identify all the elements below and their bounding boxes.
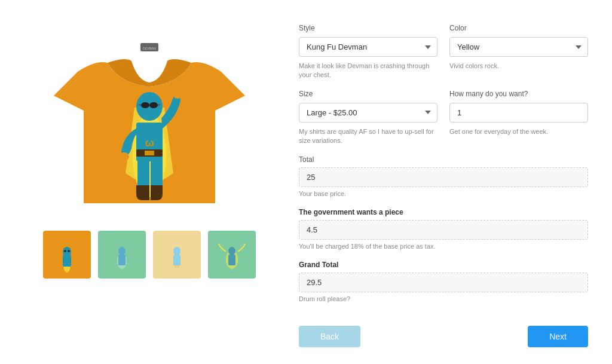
left-panel: DEVMAN ω: [24, 18, 275, 347]
back-button[interactable]: Back: [299, 326, 360, 347]
thumbnail-3[interactable]: [153, 231, 201, 279]
svg-line-10: [139, 105, 141, 105]
button-row: Back Next: [299, 326, 588, 347]
total-section: Total 25 Your base price.: [299, 155, 588, 198]
svg-text:ω: ω: [145, 137, 154, 149]
svg-point-20: [64, 250, 66, 252]
right-panel: Style Kung Fu Devman Make it look like D…: [299, 18, 588, 347]
grand-value: 29.5: [299, 273, 588, 292]
color-hint: Vivid colors rock.: [449, 62, 588, 71]
size-hint: My shirts are quality AF so I have to up…: [299, 127, 437, 146]
next-button[interactable]: Next: [528, 326, 588, 347]
svg-rect-23: [118, 255, 126, 265]
svg-line-11: [158, 105, 160, 105]
quantity-hint: Get one for everyday of the week.: [449, 127, 588, 136]
quantity-group: How many do you want? Get one for everyd…: [449, 90, 588, 146]
main-shirt-svg: DEVMAN ω: [48, 18, 251, 221]
total-label: Total: [299, 155, 588, 164]
style-hint: Make it look like Devman is crashing thr…: [299, 62, 437, 80]
thumbnail-4[interactable]: [208, 231, 256, 279]
svg-point-9: [149, 102, 158, 108]
grand-label: Grand Total: [299, 261, 588, 269]
grand-hint: Drum roll please?: [299, 295, 588, 304]
color-group: Color Yellow Vivid colors rock.: [449, 24, 588, 80]
quantity-input[interactable]: [449, 103, 588, 123]
color-select[interactable]: Yellow: [449, 37, 588, 57]
svg-rect-29: [228, 255, 235, 265]
tax-value: 4.5: [299, 220, 588, 240]
style-label: Style: [299, 24, 437, 32]
svg-rect-26: [173, 255, 180, 265]
svg-point-24: [118, 247, 126, 255]
svg-point-27: [173, 247, 180, 255]
tax-label: The government wants a piece: [299, 208, 588, 216]
svg-point-30: [228, 247, 235, 255]
size-group: Size Large - $25.00 My shirts are qualit…: [299, 90, 437, 146]
svg-point-14: [173, 90, 183, 99]
main-shirt-display: DEVMAN ω: [48, 18, 251, 221]
thumbnail-2[interactable]: [98, 231, 146, 279]
tax-hint: You'll be charged 18% of the base price …: [299, 242, 588, 251]
svg-point-7: [136, 92, 163, 121]
color-label: Color: [449, 24, 588, 32]
svg-text:DEVMAN: DEVMAN: [143, 47, 156, 50]
svg-point-8: [141, 102, 149, 108]
size-select[interactable]: Large - $25.00: [299, 103, 437, 123]
svg-rect-15: [137, 157, 149, 189]
main-container: DEVMAN ω: [0, 0, 612, 364]
total-value: 25: [299, 167, 588, 187]
tax-section: The government wants a piece 4.5 You'll …: [299, 208, 588, 251]
svg-rect-5: [145, 151, 154, 155]
size-label: Size: [299, 90, 437, 98]
svg-point-19: [63, 247, 71, 256]
style-select[interactable]: Kung Fu Devman: [299, 37, 437, 57]
svg-rect-16: [151, 157, 163, 189]
grand-total-section: Grand Total 29.5 Drum roll please?: [299, 261, 588, 304]
style-color-row: Style Kung Fu Devman Make it look like D…: [299, 24, 588, 80]
quantity-label: How many do you want?: [449, 90, 588, 98]
size-quantity-row: Size Large - $25.00 My shirts are qualit…: [299, 90, 588, 146]
svg-point-21: [68, 250, 70, 252]
style-group: Style Kung Fu Devman Make it look like D…: [299, 24, 437, 80]
svg-point-13: [118, 152, 129, 161]
thumbnail-list: [43, 231, 256, 279]
total-hint: Your base price.: [299, 189, 588, 198]
thumbnail-1[interactable]: [43, 231, 91, 279]
